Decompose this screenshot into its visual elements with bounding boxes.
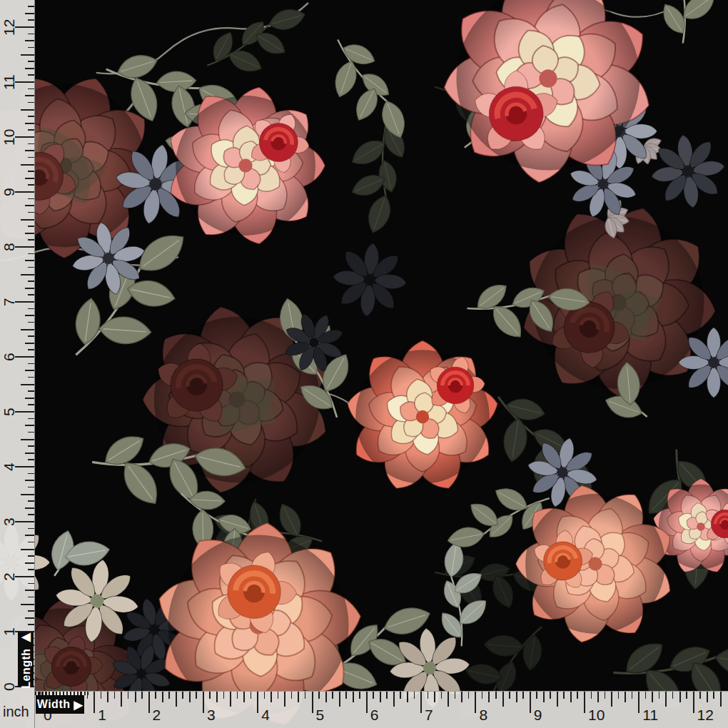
ruler-tick xyxy=(25,370,34,371)
ruler-number: 4 xyxy=(0,451,19,482)
ruler-tick xyxy=(380,692,381,702)
ruler-tick xyxy=(101,692,102,699)
ruler-tick xyxy=(28,418,34,420)
ruler-tick xyxy=(563,692,565,699)
ruler-tick xyxy=(345,692,347,699)
ruler-tick xyxy=(428,692,429,699)
ruler-number: 12 xyxy=(697,707,714,724)
ruler-tick xyxy=(312,692,313,713)
ruler-tick xyxy=(28,349,34,350)
ruler-tick xyxy=(25,40,34,41)
ruler-tick xyxy=(530,692,531,713)
ruler-tick xyxy=(28,322,34,323)
ruler-tick xyxy=(605,692,606,699)
ruler-number: 6 xyxy=(0,341,19,373)
fabric-product-photo: 0123456789101112 Length ▶ inch 012345678… xyxy=(0,0,728,728)
ruler-number: 12 xyxy=(0,11,19,43)
ruler-tick xyxy=(203,692,204,713)
ruler-number: 8 xyxy=(479,707,487,724)
ruler-tick xyxy=(298,692,299,702)
ruler-tick xyxy=(516,692,517,702)
ruler-tick xyxy=(128,692,129,699)
ruler-tick xyxy=(28,569,34,570)
ruler-number: 10 xyxy=(0,121,19,153)
ruler-tick xyxy=(189,692,191,702)
ruler-tick xyxy=(28,198,34,200)
ruler-tick xyxy=(196,692,197,699)
ruler-number: 5 xyxy=(316,707,325,724)
ruler-tick xyxy=(597,692,599,702)
ruler-number: 0 xyxy=(0,671,19,702)
ruler-tick xyxy=(318,692,320,699)
ruler-tick xyxy=(482,692,483,699)
ruler-tick xyxy=(577,692,578,699)
ruler-tick xyxy=(148,692,150,713)
ruler-tick xyxy=(28,390,34,392)
ruler-tick xyxy=(28,280,34,282)
ruler-number: 2 xyxy=(153,707,161,724)
ruler-tick xyxy=(93,692,95,713)
ruler-tick xyxy=(325,692,327,702)
ruler-tick xyxy=(414,692,415,699)
ruler-number: 3 xyxy=(0,506,19,537)
ruler-tick xyxy=(407,692,408,702)
ruler-number: 2 xyxy=(0,561,19,592)
ruler-tick xyxy=(618,692,620,699)
ruler-tick xyxy=(25,453,34,454)
ruler-tick xyxy=(21,54,34,56)
ruler-number: 7 xyxy=(0,286,19,318)
ruler-tick xyxy=(28,143,34,145)
ruler-tick xyxy=(25,398,34,399)
ruler-tick xyxy=(155,692,156,699)
length-badge: Length ▶ xyxy=(18,632,34,687)
ruler-tick xyxy=(176,692,177,707)
ruler-tick xyxy=(28,404,34,405)
ruler-tick xyxy=(28,89,34,90)
ruler-tick xyxy=(28,19,34,21)
ruler-number: 3 xyxy=(207,707,216,724)
ruler-tick xyxy=(638,692,639,713)
ruler-number: 8 xyxy=(0,231,19,263)
ruler-tick xyxy=(28,308,34,310)
arrow-right-icon: ▶ xyxy=(74,698,83,712)
ruler-tick xyxy=(25,95,34,96)
arrow-up-icon: ▶ xyxy=(20,631,32,645)
width-badge: Width▶ xyxy=(36,695,84,714)
ruler-tick xyxy=(672,692,674,699)
ruler-tick xyxy=(550,692,551,699)
ruler-tick xyxy=(28,624,34,625)
ruler-tick xyxy=(400,692,401,699)
ruler-tick xyxy=(21,384,34,385)
ruler-tick xyxy=(28,542,34,543)
ruler-tick xyxy=(28,239,34,241)
ruler-tick xyxy=(509,692,510,699)
ruler-tick xyxy=(28,61,34,62)
ruler-tick xyxy=(28,129,34,131)
ruler-tick xyxy=(21,109,34,111)
ruler-tick xyxy=(632,692,633,699)
ruler-tick xyxy=(468,692,470,699)
ruler-tick xyxy=(251,692,252,699)
ruler-tick xyxy=(645,692,647,699)
ruler-tick xyxy=(693,692,694,713)
ruler-number: 9 xyxy=(534,707,542,724)
ruler-tick xyxy=(182,692,183,699)
ruler-tick xyxy=(141,692,143,699)
ruler-tick xyxy=(21,494,34,495)
ruler-tick xyxy=(21,219,34,221)
ruler-tick xyxy=(25,233,34,234)
ruler-number: 11 xyxy=(642,707,658,724)
ruler-tick xyxy=(25,150,34,151)
ruler-tick xyxy=(121,692,122,707)
ruler-tick xyxy=(264,692,266,699)
ruler-tick xyxy=(25,480,34,481)
ruler-tick xyxy=(107,692,108,702)
ruler-tick xyxy=(21,604,34,605)
ruler-tick xyxy=(373,692,374,699)
ruler-tick xyxy=(28,6,34,7)
ruler-tick xyxy=(28,226,34,227)
ruler-tick xyxy=(570,692,572,702)
ruler-tick xyxy=(28,487,34,488)
ruler-tick xyxy=(25,590,34,591)
ruler-number: 6 xyxy=(370,707,379,724)
